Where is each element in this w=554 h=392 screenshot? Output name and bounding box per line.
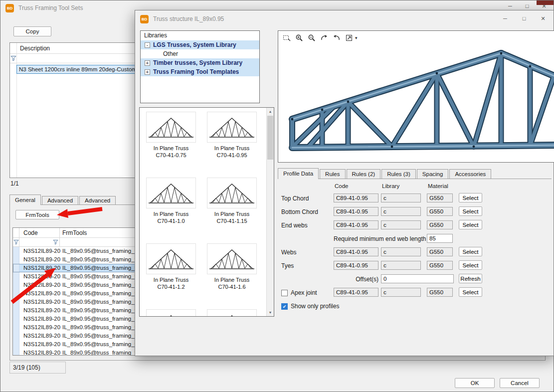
view-options-icon[interactable] xyxy=(344,33,355,43)
scroll-up-icon[interactable]: ▲ xyxy=(267,108,274,115)
webs-code-input[interactable] xyxy=(334,247,378,256)
row-selector[interactable] xyxy=(13,349,19,356)
column-header-description[interactable]: Description xyxy=(20,43,50,54)
required-minimum-end-web-length-input[interactable] xyxy=(427,234,453,243)
end-webs-material-input[interactable] xyxy=(427,220,453,229)
tyes-select-button[interactable]: Select xyxy=(459,260,482,270)
tab-general[interactable]: General xyxy=(9,195,41,205)
rotate-right-icon[interactable] xyxy=(319,33,330,43)
scrollbar-thumb[interactable] xyxy=(267,116,273,160)
tab-advanced[interactable]: Advanced xyxy=(42,196,78,205)
tyes-material-input[interactable] xyxy=(427,261,453,270)
tree-item-timber-trusses-system-library[interactable]: +Timber trusses, System Library xyxy=(141,58,259,67)
top-chord-library-input[interactable] xyxy=(381,194,421,202)
top-chord-code-input[interactable] xyxy=(334,194,378,202)
tab-advanced[interactable]: Advanced xyxy=(79,196,116,205)
truss-thumbnail-c70-41-1-6[interactable]: In Plane TrussC70-41-1.6 xyxy=(203,243,260,302)
frmtools-button[interactable]: FrmTools xyxy=(15,210,59,219)
tyes-code-input[interactable] xyxy=(334,261,378,270)
bottom-chord-code-input[interactable] xyxy=(334,207,378,216)
libraries-panel: Libraries -LGS Trusses, System LibraryOt… xyxy=(140,30,260,103)
apex-joint-select-button[interactable]: Select xyxy=(459,287,482,297)
cancel-button[interactable]: Cancel xyxy=(500,378,540,388)
apex-joint-code-input[interactable] xyxy=(334,288,378,297)
apex-joint-library-input[interactable] xyxy=(381,288,421,297)
row-selector[interactable] xyxy=(13,247,19,255)
end-webs-library-input[interactable] xyxy=(381,220,421,229)
end-webs-select-button[interactable]: Select xyxy=(459,220,482,229)
filter-icon[interactable] xyxy=(53,239,58,245)
thumbnail-name: In Plane Truss xyxy=(203,145,260,152)
refresh-button[interactable]: Refresh xyxy=(459,274,482,283)
cell-code: N3S12IL89-20 xyxy=(19,298,60,306)
row-selector[interactable] xyxy=(13,332,19,340)
tab-accessories[interactable]: Accessories xyxy=(449,169,491,179)
apex-joint-label: Apex joint xyxy=(281,289,317,296)
row-selector[interactable] xyxy=(13,298,19,306)
tab-profile-data[interactable]: Profile Data xyxy=(278,168,319,179)
truss-thumbnail-c70-41-0-95[interactable]: In Plane TrussC70-41-0.95 xyxy=(203,112,260,171)
thumbnail-scrollbar[interactable]: ▲ ▼ xyxy=(266,108,274,316)
tree-item-lgs-trusses-system-library[interactable]: -LGS Trusses, System Library xyxy=(141,40,259,49)
filter-icon[interactable] xyxy=(13,239,19,245)
main-window-title: Truss Framing Tool Sets xyxy=(18,4,83,12)
collapse-icon[interactable]: - xyxy=(145,42,150,48)
dropdown-caret-icon[interactable]: ▾ xyxy=(355,35,358,40)
bottom-chord-select-button[interactable]: Select xyxy=(459,206,482,216)
top-chord-material-input[interactable] xyxy=(427,194,453,202)
webs-material-input[interactable] xyxy=(427,247,453,256)
minimize-icon[interactable]: ─ xyxy=(502,1,519,10)
truss-3d-viewer[interactable]: ▾ xyxy=(278,30,554,163)
webs-select-button[interactable]: Select xyxy=(459,247,482,256)
filter-icon[interactable] xyxy=(10,55,16,61)
show-only-profiles-checkbox[interactable]: ✔ xyxy=(281,303,288,310)
row-selector[interactable] xyxy=(13,264,19,272)
zoom-in-icon[interactable] xyxy=(294,33,305,43)
row-selector[interactable] xyxy=(13,255,19,264)
apex-joint-material-input[interactable] xyxy=(427,288,453,297)
truss-thumbnail-c70-41-1-2[interactable]: In Plane TrussC70-41-1.2 xyxy=(143,243,199,302)
tyes-library-input[interactable] xyxy=(381,261,421,270)
tab-rules[interactable]: Rules xyxy=(320,169,345,179)
row-selector[interactable] xyxy=(13,340,19,349)
row-selector[interactable] xyxy=(13,281,19,289)
truss-thumbnail-c70-41-0-75[interactable]: In Plane TrussC70-41-0.75 xyxy=(143,112,199,171)
truss-thumbnail-c70-41-1-0[interactable]: In Plane TrussC70-41-1.0 xyxy=(143,178,199,236)
truss-thumbnail-partial[interactable] xyxy=(143,309,199,317)
profile-row-webs: WebsSelect xyxy=(279,246,551,259)
copy-button[interactable]: Copy xyxy=(13,26,51,36)
bottom-chord-library-input[interactable] xyxy=(381,207,421,216)
truss-thumbnail-partial[interactable] xyxy=(203,309,260,317)
row-selector[interactable] xyxy=(13,323,19,332)
expand-icon[interactable]: + xyxy=(145,69,150,75)
maximize-icon[interactable]: □ xyxy=(519,1,536,10)
rotate-left-icon[interactable] xyxy=(331,33,342,43)
cell-code: N3S12IL89-20 xyxy=(19,306,60,315)
tab-rules-2[interactable]: Rules (2) xyxy=(347,169,381,179)
maximize-icon[interactable]: □ xyxy=(515,12,534,24)
bottom-chord-material-input[interactable] xyxy=(427,207,453,216)
row-selector[interactable] xyxy=(13,306,19,315)
minimize-icon[interactable]: ─ xyxy=(496,12,515,24)
tab-spacing[interactable]: Spacing xyxy=(417,169,449,179)
webs-library-input[interactable] xyxy=(381,247,421,256)
tree-item-other[interactable]: Other xyxy=(141,49,259,58)
end-webs-code-input[interactable] xyxy=(334,220,378,229)
zoom-window-icon[interactable] xyxy=(281,33,292,43)
ok-button[interactable]: OK xyxy=(455,378,495,388)
top-chord-select-button[interactable]: Select xyxy=(459,193,482,202)
tree-item-truss-framing-tool-templates[interactable]: +Truss Framing Tool Templates xyxy=(141,67,259,76)
row-selector[interactable] xyxy=(13,272,19,281)
profile-rows: Top ChordSelectBottom ChordSelectEnd web… xyxy=(279,192,551,313)
expand-icon[interactable]: + xyxy=(145,60,150,66)
zoom-out-icon[interactable] xyxy=(306,33,317,43)
apex-joint-checkbox[interactable] xyxy=(281,290,288,296)
scroll-down-icon[interactable]: ▼ xyxy=(267,309,274,316)
tab-rules-3[interactable]: Rules (3) xyxy=(381,169,416,179)
column-header-code[interactable]: Code xyxy=(19,228,60,237)
row-selector[interactable] xyxy=(13,315,19,323)
row-selector[interactable] xyxy=(13,289,19,298)
offset-s-input[interactable] xyxy=(381,274,454,283)
truss-thumbnail-c70-41-1-15[interactable]: In Plane TrussC70-41-1.15 xyxy=(203,178,260,236)
close-icon[interactable]: ✕ xyxy=(534,12,553,24)
